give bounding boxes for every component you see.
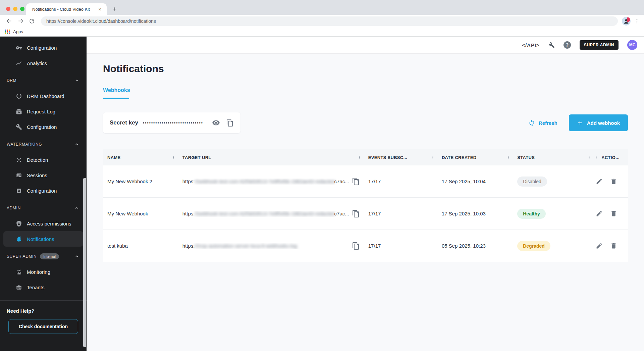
status-badge: Degraded	[517, 241, 550, 251]
window-close-button[interactable]	[6, 7, 10, 11]
new-tab-button[interactable]	[111, 5, 119, 13]
column-menu-icon[interactable]	[594, 155, 599, 160]
refresh-button[interactable]: Refresh	[528, 119, 557, 127]
sidebar-section-super-admin[interactable]: SUPER ADMIN Internal	[0, 249, 87, 264]
sidebar-item-analytics[interactable]: Analytics	[0, 55, 87, 71]
reload-icon[interactable]	[27, 16, 37, 26]
window-zoom-button[interactable]	[20, 7, 24, 11]
edit-pencil-icon[interactable]	[596, 242, 603, 249]
sidebar-item-drm-dashboard[interactable]: DRM Dashboard	[0, 88, 87, 104]
user-avatar[interactable]: MC	[627, 40, 637, 50]
webhook-url: https://webhook-test-com-62f3d33513-7e9f…	[182, 179, 349, 185]
webhook-url: https://webhook-test-com-62f3d33513-7e9f…	[182, 211, 349, 217]
edit-pencil-icon[interactable]	[596, 178, 603, 185]
column-header-name: NAME	[107, 155, 120, 160]
copy-secret-icon[interactable]	[226, 119, 234, 127]
sidebar-item-label: Configuration	[27, 45, 57, 51]
browser-menu-icon[interactable]	[634, 18, 640, 24]
sidebar-section-admin[interactable]: ADMIN	[0, 200, 87, 216]
address-bar[interactable]: https://console.videokit.cloud/dashboard…	[41, 16, 618, 26]
chevron-up-icon[interactable]	[74, 206, 79, 210]
sidebar-item-configuration[interactable]: Configuration	[0, 40, 87, 55]
copy-url-icon[interactable]	[352, 210, 360, 218]
drm-ring-icon	[15, 93, 22, 99]
events-subscribed: 17/17	[364, 211, 437, 216]
sidebar-item-monitoring[interactable]: Monitoring	[0, 264, 87, 280]
session-card-icon	[15, 172, 22, 179]
reveal-secret-eye-icon[interactable]	[212, 119, 220, 127]
help-icon[interactable]: ?	[564, 41, 571, 49]
column-menu-icon[interactable]	[171, 155, 176, 160]
sidebar-item-tenants[interactable]: Tenants	[0, 280, 87, 295]
wrench-icon	[15, 123, 22, 130]
chevron-up-icon[interactable]	[74, 142, 79, 147]
sidebar-item-wm-configuration[interactable]: Configuration	[0, 183, 87, 198]
refresh-icon	[528, 119, 535, 127]
sidebar-item-request-log[interactable]: Request Log	[0, 104, 87, 119]
sidebar-item-drm-configuration[interactable]: Configuration	[0, 119, 87, 135]
api-link[interactable]: </API>	[522, 42, 540, 48]
page-title: Notifications	[103, 63, 628, 74]
column-header-target-url: TARGET URL	[182, 155, 211, 160]
bookmark-apps[interactable]: Apps	[13, 29, 23, 34]
profile-avatar-icon[interactable]	[622, 17, 631, 26]
plus-icon	[577, 120, 583, 126]
apps-grid-icon	[5, 30, 10, 34]
add-webhook-button[interactable]: Add webhook	[569, 114, 628, 131]
video-log-icon	[15, 108, 22, 115]
webhook-name: My New Webhook 2	[103, 179, 178, 184]
column-menu-icon[interactable]	[506, 155, 511, 160]
copy-url-icon[interactable]	[352, 242, 360, 250]
tools-wrench-icon[interactable]	[548, 42, 555, 48]
window-controls[interactable]	[6, 7, 24, 11]
browser-tab-strip: Notifications - Cloud Video Kit ×	[0, 0, 644, 15]
chevron-up-icon[interactable]	[74, 78, 79, 83]
key-icon	[15, 44, 22, 51]
sidebar-scrollbar[interactable]	[83, 178, 86, 347]
chart-line-icon	[15, 60, 22, 66]
sidebar: Configuration Analytics DRM DRM Dashboar…	[0, 37, 87, 351]
redacted-url-segment: //webhook-test-com-62f3d33513-7e9f545b-1…	[195, 179, 334, 185]
chevron-up-icon[interactable]	[74, 254, 79, 259]
date-created: 17 Sep 2025, 10:03	[437, 211, 513, 216]
status-badge: Disabled	[517, 177, 547, 187]
sidebar-item-detection[interactable]: Detection	[0, 152, 87, 167]
forward-icon[interactable]	[15, 16, 25, 26]
tab-close-icon[interactable]: ×	[97, 6, 103, 12]
browser-toolbar: https://console.videokit.cloud/dashboard…	[0, 15, 644, 27]
app-header: </API> ? SUPER ADMIN MC	[87, 37, 644, 54]
column-menu-icon[interactable]	[430, 155, 435, 160]
sidebar-item-access-permissions[interactable]: Access permissions	[0, 216, 87, 231]
events-subscribed: 17/17	[364, 243, 437, 249]
sidebar-item-notifications[interactable]: Notifications	[3, 231, 83, 247]
redacted-url-segment: //mvp-automation-server-loca-lt-webhooks…	[195, 243, 313, 249]
sidebar-section-watermarking[interactable]: WATERMARKING	[0, 137, 87, 152]
back-icon[interactable]	[4, 16, 14, 26]
window-minimize-button[interactable]	[13, 7, 17, 11]
webhook-url: https://mvp-automation-server-loca-lt-we…	[182, 243, 313, 249]
copy-url-icon[interactable]	[352, 178, 360, 186]
delete-trash-icon[interactable]	[610, 242, 617, 249]
tab-title: Notifications - Cloud Video Kit	[32, 7, 97, 12]
sidebar-item-sessions[interactable]: Sessions	[0, 167, 87, 183]
table-row: My New Webhook 2 https://webhook-test-co…	[103, 165, 628, 198]
delete-trash-icon[interactable]	[610, 178, 617, 185]
tab-webhooks[interactable]: Webhooks	[103, 87, 130, 99]
url-text: https://console.videokit.cloud/dashboard…	[46, 18, 156, 24]
tab-bar: Webhooks	[103, 87, 628, 99]
webhook-name: test kuba	[103, 243, 178, 249]
secret-key-card: Secret key •••••••••••••••••••••••••••••	[103, 112, 240, 133]
internal-badge: Internal	[40, 253, 59, 259]
status-badge: Healthy	[517, 209, 546, 219]
redacted-url-segment: //webhook-test-com-62f3d33513-7e9f545b-1…	[195, 211, 334, 217]
gear-box-icon	[15, 187, 22, 194]
sidebar-item-label: Analytics	[27, 60, 47, 66]
browser-tab[interactable]: Notifications - Cloud Video Kit ×	[26, 3, 107, 15]
check-documentation-button[interactable]: Check documentation	[8, 319, 78, 334]
delete-trash-icon[interactable]	[610, 210, 617, 217]
sidebar-section-drm[interactable]: DRM	[0, 73, 87, 88]
column-menu-icon[interactable]	[357, 155, 362, 160]
edit-pencil-icon[interactable]	[596, 210, 603, 217]
secret-key-masked-value: •••••••••••••••••••••••••••••	[143, 120, 206, 125]
column-menu-icon[interactable]	[587, 155, 592, 160]
